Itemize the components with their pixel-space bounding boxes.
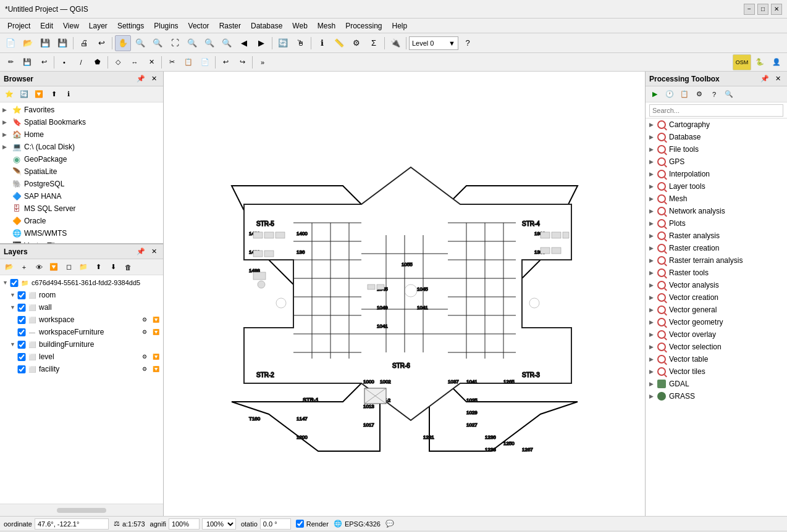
facility-settings[interactable]: ⚙ (140, 364, 149, 374)
tb-zoom-in[interactable]: 🔍 (132, 35, 148, 51)
processing-search-input[interactable] (649, 104, 783, 117)
tb-zoom-last[interactable]: ◀ (236, 35, 252, 51)
tb-zoom-out[interactable]: 🔍 (149, 35, 166, 51)
browser-item-localdisk[interactable]: ▶ 💻 C:\ (Local Disk) (0, 141, 163, 153)
tb-delete[interactable]: ✕ (143, 54, 159, 70)
tb-zoom-next[interactable]: ▶ (253, 35, 269, 51)
proc-rastertools[interactable]: ▶ Raster tools (646, 267, 787, 279)
browser-item-geopackage[interactable]: ◉ GeoPackage (0, 153, 163, 165)
map-canvas-area[interactable]: STR-5 STR-4 STR-2 STR-3 (164, 72, 645, 516)
proc-cartography[interactable]: ▶ Cartography (646, 118, 787, 131)
tb-digitize-point[interactable]: • (56, 54, 72, 70)
tb-select[interactable]: 🖱 (292, 35, 308, 51)
layer-main-group[interactable]: ▼ 📁 c676d494-5561-361d-fdd2-9384dd5 (0, 276, 163, 289)
proc-gdal[interactable]: ▶ GDAL (646, 378, 787, 390)
check-wf[interactable] (17, 328, 26, 336)
layer-facility[interactable]: ⬜ facility ⚙ 🔽 (0, 363, 163, 375)
tb-zoom-native[interactable]: 🔍 (219, 35, 235, 51)
check-facility[interactable] (17, 365, 26, 373)
proc-help[interactable]: ? (707, 88, 721, 101)
layers-scroll-bar[interactable] (0, 504, 163, 516)
browser-home[interactable]: ⭐ (2, 88, 16, 101)
proc-grass[interactable]: ▶ GRASS (646, 390, 787, 402)
check-main[interactable] (10, 279, 19, 287)
browser-refresh[interactable]: 🔄 (17, 88, 31, 101)
layers-close[interactable]: ✕ (148, 246, 159, 257)
epsg-section[interactable]: 🌐 EPSG:4326 (334, 520, 381, 528)
layer-building-furniture[interactable]: ▼ ⬜ buildingFurniture (0, 338, 163, 351)
tb-redo2[interactable]: ↪ (234, 54, 250, 70)
menu-database[interactable]: Database (246, 20, 287, 31)
tb-edit[interactable]: ✏ (2, 54, 19, 70)
tb-new[interactable]: 📄 (2, 35, 19, 51)
proc-run[interactable]: ▶ (648, 88, 662, 101)
menu-project[interactable]: Project (2, 20, 35, 31)
processing-close[interactable]: ✕ (772, 73, 783, 85)
browser-item-postgresql[interactable]: 🐘 PostgreSQL (0, 178, 163, 190)
proc-rasteranalysis[interactable]: ▶ Raster analysis (646, 230, 787, 242)
tb-refresh[interactable]: 🔄 (275, 35, 291, 51)
proc-history[interactable]: 🕐 (663, 88, 676, 101)
browser-item-home[interactable]: ▶ 🏠 Home (0, 128, 163, 141)
proc-mesh[interactable]: ▶ Mesh (646, 193, 787, 205)
check-bf[interactable] (17, 341, 26, 349)
browser-item-mssql[interactable]: 🗄 MS SQL Server (0, 202, 163, 215)
proc-vectortable[interactable]: ▶ Vector table (646, 353, 787, 365)
menu-plugins[interactable]: Plugins (149, 20, 183, 31)
close-button[interactable]: ✕ (771, 4, 782, 15)
browser-item-spatialite[interactable]: 🪶 SpatiaLite (0, 165, 163, 178)
wf-settings[interactable]: ⚙ (140, 327, 149, 337)
workspace-settings[interactable]: ⚙ (140, 315, 149, 325)
menu-raster[interactable]: Raster (214, 20, 246, 31)
browser-close[interactable]: ✕ (148, 73, 159, 85)
menu-help[interactable]: Help (387, 20, 413, 31)
tb-save-edit[interactable]: 💾 (19, 54, 35, 70)
tb-undo2[interactable]: ↩ (217, 54, 234, 70)
tb-identify[interactable]: ℹ (314, 35, 330, 51)
menu-vector[interactable]: Vector (183, 20, 214, 31)
tb-zoom-extent[interactable]: ⛶ (167, 35, 183, 51)
browser-item-saphana[interactable]: 🔷 SAP HANA (0, 190, 163, 202)
level-filter[interactable]: 🔽 (151, 352, 161, 362)
magnify-dropdown[interactable]: 100% (202, 518, 236, 530)
tb-move[interactable]: ↔ (127, 54, 143, 70)
proc-layertools[interactable]: ▶ Layer tools (646, 180, 787, 193)
check-level[interactable] (17, 353, 26, 361)
layers-selection[interactable]: ◻ (62, 260, 75, 274)
layer-room[interactable]: ▼ ⬜ room (0, 289, 163, 301)
tb-action[interactable]: ⚙ (348, 35, 364, 51)
browser-filter[interactable]: 🔽 (32, 88, 46, 101)
proc-search-icon[interactable]: 🔍 (722, 88, 736, 101)
proc-vectorselection[interactable]: ▶ Vector selection (646, 341, 787, 353)
proc-vectoranalysis[interactable]: ▶ Vector analysis (646, 279, 787, 291)
tb-stats[interactable]: Σ (366, 35, 382, 51)
processing-pin[interactable]: 📌 (759, 73, 770, 85)
facility-filter[interactable]: 🔽 (151, 364, 161, 374)
browser-info[interactable]: ℹ (62, 88, 75, 101)
proc-rasterterrain[interactable]: ▶ Raster terrain analysis (646, 254, 787, 267)
minimize-button[interactable]: − (744, 4, 755, 15)
check-wall[interactable] (17, 304, 26, 312)
coordinate-input[interactable] (35, 518, 109, 530)
level-settings[interactable]: ⚙ (140, 352, 149, 362)
tb-copy[interactable]: 📋 (180, 54, 196, 70)
menu-view[interactable]: View (58, 20, 84, 31)
proc-results[interactable]: 📋 (678, 88, 691, 101)
tb-help[interactable]: ? (460, 35, 476, 51)
tb-pan[interactable]: ✋ (115, 35, 131, 51)
browser-item-bookmarks[interactable]: ▶ 🔖 Spatial Bookmarks (0, 116, 163, 128)
tb-plugins[interactable]: 🔌 (387, 35, 403, 51)
tb-cut[interactable]: ✂ (164, 54, 180, 70)
rotation-input[interactable] (260, 518, 291, 530)
browser-collapse[interactable]: ⬆ (47, 88, 61, 101)
layer-workspace[interactable]: ⬜ workspace ⚙ 🔽 (0, 314, 163, 326)
tb-save[interactable]: 💾 (37, 35, 53, 51)
wf-filter[interactable]: 🔽 (151, 327, 161, 337)
check-workspace[interactable] (17, 316, 26, 324)
tb-zoom-layer[interactable]: 🔍 (184, 35, 200, 51)
workspace-filter[interactable]: 🔽 (151, 315, 161, 325)
proc-vectorgeometry[interactable]: ▶ Vector geometry (646, 316, 787, 328)
tb-undo[interactable]: ↩ (93, 35, 109, 51)
tb-node[interactable]: ◇ (110, 54, 126, 70)
layer-workspace-furniture[interactable]: — workspaceFurniture ⚙ 🔽 (0, 326, 163, 338)
